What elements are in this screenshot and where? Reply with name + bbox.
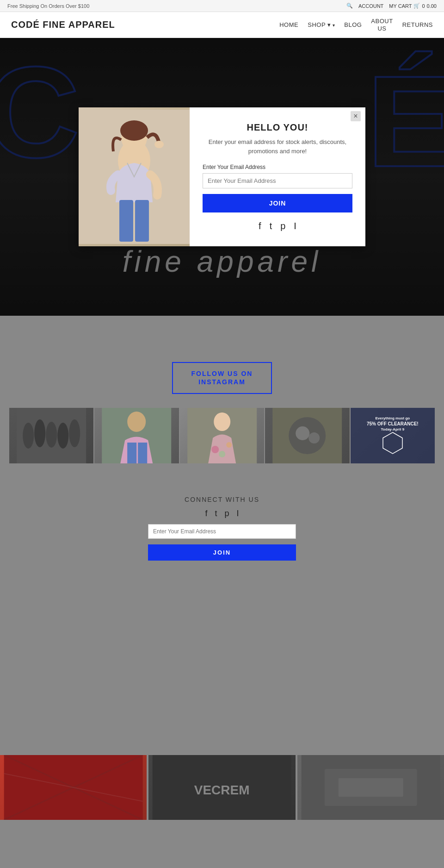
modal-subtitle: Enter your email address for stock alert… bbox=[203, 137, 352, 156]
email-modal: × HELLO YOU! Enter your email address fo… bbox=[79, 107, 365, 246]
search-icon[interactable]: 🔍 bbox=[346, 3, 353, 9]
instagram-image-2[interactable] bbox=[94, 408, 179, 463]
shipping-text: Free Shipping On Orders Over $100 bbox=[7, 3, 89, 9]
svg-point-20 bbox=[226, 442, 232, 448]
nav-returns[interactable]: RETURNS bbox=[402, 21, 433, 28]
connect-instagram-icon[interactable]: I bbox=[237, 509, 239, 518]
instagram-image-4[interactable] bbox=[265, 408, 349, 463]
account-link[interactable]: ACCOUNT bbox=[358, 3, 383, 9]
content-area: FOLLOW US ONINSTAGRAM bbox=[0, 316, 444, 838]
modal-social-icons: f t p I bbox=[259, 221, 296, 231]
modal-title: HELLO YOU! bbox=[247, 122, 308, 133]
modal-email-input[interactable] bbox=[203, 173, 352, 188]
site-header: CODÉ FINE APPAREL HOME SHOP ▾ BLOG ABOUT… bbox=[0, 12, 444, 38]
svg-rect-5 bbox=[135, 200, 149, 242]
product-image-2: VECREM bbox=[148, 755, 295, 820]
svg-point-3 bbox=[120, 120, 148, 141]
nav-blog[interactable]: BLOG bbox=[344, 21, 362, 28]
product-card-2[interactable]: VECREM bbox=[148, 755, 295, 820]
nav-home[interactable]: HOME bbox=[279, 21, 298, 28]
modal-overlay: × HELLO YOU! Enter your email address fo… bbox=[0, 38, 444, 316]
insta-floral-img bbox=[180, 408, 264, 463]
connect-email-input[interactable] bbox=[148, 524, 296, 539]
svg-rect-15 bbox=[128, 443, 137, 463]
cart-price: 0.00 bbox=[427, 3, 437, 9]
product-grid: VECREM bbox=[0, 755, 444, 820]
modal-facebook-icon[interactable]: f bbox=[259, 221, 261, 231]
insta-outfit-img bbox=[94, 408, 179, 463]
svg-rect-16 bbox=[138, 443, 148, 463]
main-nav: HOME SHOP ▾ BLOG ABOUTUS RETURNS bbox=[279, 18, 433, 32]
instagram-section: FOLLOW US ONINSTAGRAM bbox=[0, 343, 444, 486]
my-cart-label: MY CART bbox=[389, 3, 412, 9]
modal-content: × HELLO YOU! Enter your email address fo… bbox=[190, 107, 365, 246]
svg-rect-35 bbox=[338, 778, 403, 797]
connect-social-icons: f t p I bbox=[205, 509, 239, 518]
instagram-grid: Everything must go 75% OFF CLEARANCE! To… bbox=[9, 408, 435, 463]
insta-sale-overlay: Everything must go 75% OFF CLEARANCE! To… bbox=[351, 408, 435, 463]
svg-point-25 bbox=[308, 432, 320, 443]
svg-point-18 bbox=[214, 412, 230, 431]
product-card-3[interactable] bbox=[297, 755, 444, 820]
modal-close-button[interactable]: × bbox=[351, 111, 361, 121]
product-image-1 bbox=[0, 755, 147, 820]
modal-image bbox=[79, 107, 190, 246]
instagram-image-1[interactable] bbox=[9, 408, 93, 463]
instagram-image-3[interactable] bbox=[180, 408, 264, 463]
sale-text-3: Today-April 9 bbox=[381, 427, 405, 431]
svg-point-24 bbox=[296, 426, 309, 440]
modal-join-button[interactable]: JOIN bbox=[203, 194, 352, 212]
insta-group-img bbox=[9, 408, 93, 463]
connect-section: CONNECT WITH US f t p I JOIN bbox=[0, 487, 444, 570]
product-card-1[interactable] bbox=[0, 755, 147, 820]
modal-twitter-icon[interactable]: t bbox=[270, 221, 272, 231]
svg-point-19 bbox=[211, 446, 219, 453]
top-bar: Free Shipping On Orders Over $100 🔍 ACCO… bbox=[0, 0, 444, 12]
svg-point-11 bbox=[57, 423, 68, 449]
svg-point-14 bbox=[128, 412, 146, 432]
svg-point-10 bbox=[46, 422, 57, 448]
follow-instagram-button[interactable]: FOLLOW US ONINSTAGRAM bbox=[172, 362, 272, 393]
connect-facebook-icon[interactable]: f bbox=[205, 509, 207, 518]
svg-text:VECREM: VECREM bbox=[194, 783, 250, 797]
sale-hexagon bbox=[381, 431, 404, 455]
cart-count: 0 bbox=[422, 3, 425, 9]
sale-text-1: Everything must go bbox=[375, 416, 410, 420]
site-title[interactable]: CODÉ FINE APPAREL bbox=[11, 19, 115, 30]
hero-section: C É fine apparel bbox=[0, 38, 444, 316]
sale-text-2: 75% OFF CLEARANCE! bbox=[367, 421, 419, 426]
page-spacer bbox=[0, 570, 444, 755]
insta-food-img bbox=[265, 408, 349, 463]
svg-point-8 bbox=[23, 423, 34, 449]
svg-point-12 bbox=[69, 419, 80, 447]
svg-point-6 bbox=[154, 141, 164, 148]
nav-shop[interactable]: SHOP ▾ bbox=[308, 21, 335, 28]
svg-rect-4 bbox=[119, 200, 133, 242]
cart-info[interactable]: MY CART 🛒 0 0.00 bbox=[389, 3, 437, 9]
svg-marker-26 bbox=[383, 432, 402, 454]
instagram-image-5[interactable]: Everything must go 75% OFF CLEARANCE! To… bbox=[351, 408, 435, 463]
product-image-3 bbox=[297, 755, 444, 820]
modal-instagram-icon[interactable]: I bbox=[294, 221, 296, 231]
connect-title: CONNECT WITH US bbox=[185, 496, 259, 503]
connect-twitter-icon[interactable]: t bbox=[215, 509, 217, 518]
modal-pinterest-icon[interactable]: p bbox=[280, 221, 285, 231]
modal-email-label: Enter Your Email Address bbox=[203, 164, 265, 170]
svg-point-9 bbox=[34, 419, 45, 447]
nav-about[interactable]: ABOUTUS bbox=[371, 18, 393, 32]
connect-join-button[interactable]: JOIN bbox=[148, 544, 296, 561]
cart-icon: 🛒 bbox=[413, 3, 420, 9]
top-bar-right: 🔍 ACCOUNT MY CART 🛒 0 0.00 bbox=[346, 3, 437, 9]
connect-pinterest-icon[interactable]: p bbox=[225, 509, 229, 518]
model-illustration bbox=[79, 107, 190, 246]
svg-point-21 bbox=[219, 451, 225, 457]
